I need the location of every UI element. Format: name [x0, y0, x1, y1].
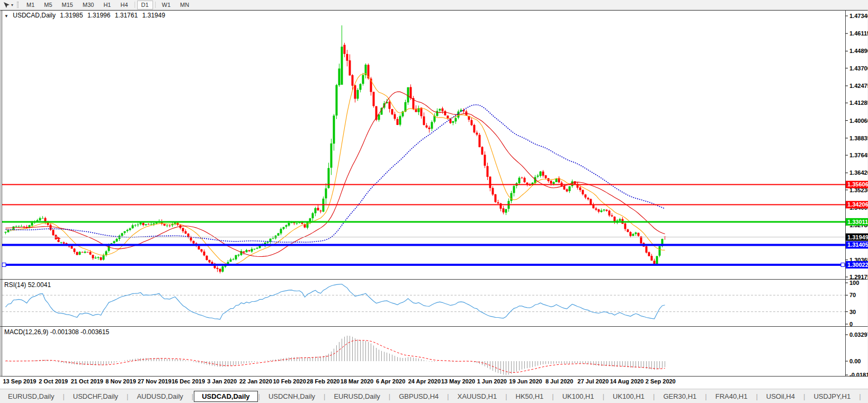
chart-tab-bar: EURUSD,Daily|USDCHF,Daily|AUDUSD,Daily|U…	[0, 389, 868, 403]
candle-body	[203, 252, 205, 255]
time-axis[interactable]: 13 Sep 20192 Oct 201921 Oct 20198 Nov 20…	[0, 377, 868, 389]
date-axis-label: 21 Oct 2019	[71, 378, 103, 384]
candle-body	[341, 47, 343, 85]
candle-body	[248, 250, 250, 252]
support-line-lower-handle-left[interactable]	[2, 263, 6, 267]
candle-body	[553, 182, 555, 184]
candle-body	[285, 225, 288, 227]
candle-body	[15, 226, 17, 227]
tab-separator: |	[505, 392, 507, 400]
date-axis-label: 8 Jul 2020	[545, 378, 574, 384]
candle-body	[113, 241, 115, 243]
candle-body	[330, 144, 333, 168]
candle-body	[349, 60, 351, 75]
candle-body	[624, 223, 627, 229]
candle-body	[315, 208, 317, 213]
chart-tab-fra40-h1[interactable]: FRA40,H1	[708, 391, 756, 402]
tab-separator: |	[552, 392, 553, 400]
candle-body	[360, 84, 362, 90]
price-axis-label: 1.47340	[849, 13, 868, 19]
candle-body	[476, 132, 478, 135]
support-line-lower-badge-text: 1.30022	[847, 262, 868, 268]
chart-tab-uk100-h1[interactable]: UK100,H1	[605, 391, 652, 402]
candle-body	[246, 250, 248, 252]
candle-body	[471, 120, 473, 126]
candle-body	[648, 252, 650, 256]
candle-body	[598, 209, 600, 211]
price-close: 1.31949	[142, 12, 165, 19]
candle-body	[71, 246, 73, 248]
support-line-upper-badge-text: 1.31405	[847, 241, 868, 248]
candle-body	[185, 231, 187, 234]
candle-body	[439, 109, 441, 110]
candle-body	[571, 181, 574, 186]
candle-body	[307, 222, 309, 228]
candle-body	[87, 252, 89, 253]
price-axis-label: 1.40060	[849, 118, 868, 124]
candle-body	[399, 116, 401, 124]
candle-body	[389, 102, 391, 109]
price-axis-label: 1.37645	[849, 152, 868, 158]
candle-body	[42, 218, 44, 219]
candle-body	[537, 176, 539, 177]
chart-tab-usdcnh-daily[interactable]: USDCNH,Daily	[261, 391, 323, 402]
candle-body	[317, 208, 319, 210]
candle-body	[436, 111, 439, 115]
tab-separator: |	[705, 392, 706, 400]
candle-body	[373, 92, 375, 106]
chart-tab-eurusd-daily[interactable]: EURUSD,Daily	[0, 391, 62, 402]
tab-separator: |	[803, 392, 805, 400]
candle-body	[201, 249, 203, 252]
tab-separator: |	[756, 392, 757, 400]
candle-body	[193, 241, 195, 244]
support-line-lower-handle-right[interactable]	[841, 263, 845, 267]
date-axis-label: 19 Jun 2020	[509, 378, 542, 384]
chart-tab-usdchf-daily[interactable]: USDCHF,Daily	[65, 391, 126, 402]
candle-body	[513, 186, 515, 193]
chart-tab-uk100-h1[interactable]: UK100,H1	[554, 391, 602, 402]
candle-body	[97, 257, 100, 258]
chart-tab-usoil-h4[interactable]: USOil,H4	[758, 391, 803, 402]
candle-body	[124, 231, 126, 233]
tab-separator: |	[653, 392, 655, 400]
chart-tab-usdjpy-h1[interactable]: USDJPY,H1	[806, 391, 858, 402]
candle-body	[243, 252, 245, 253]
symbol-dropdown-icon[interactable]: ▼	[4, 14, 8, 19]
candle-body	[169, 226, 171, 226]
chart-tab-eurusd-daily[interactable]: EURUSD,Daily	[326, 391, 388, 402]
date-axis-label: 6 Apr 2020	[376, 378, 405, 384]
candle-body	[217, 268, 219, 269]
candle-body	[346, 54, 348, 61]
candle-body	[511, 193, 513, 201]
candle-body	[489, 176, 491, 188]
chart-tab-gbpusd-h4[interactable]: GBPUSD,H4	[391, 391, 446, 402]
date-axis-label: 28 Feb 2020	[307, 378, 339, 384]
candle-body	[272, 238, 274, 239]
tab-separator: |	[859, 392, 861, 400]
candle-body	[84, 252, 86, 253]
candle-body	[219, 269, 221, 272]
price-axis-label: 1.42475	[849, 83, 868, 89]
date-axis-label: 27 Jul 2020	[578, 378, 609, 384]
tab-separator: |	[258, 392, 260, 400]
candle-body	[254, 249, 256, 249]
candle-body	[495, 194, 497, 202]
candle-body	[540, 172, 542, 176]
chart-tab-ger30-h1[interactable]: GER30,H1	[655, 391, 704, 402]
candle-body	[606, 210, 608, 211]
macd-axis-label: 0.032972	[849, 332, 868, 338]
chart-tab-xauusd-h1[interactable]: XAUUSD,H1	[450, 391, 505, 402]
chart-tab-dj30-daily[interactable]: DJ30,Daily	[862, 391, 868, 402]
candle-body	[92, 255, 94, 258]
candle-body	[132, 225, 134, 228]
candle-body	[407, 87, 409, 103]
candle-body	[18, 226, 20, 227]
candle-body	[569, 186, 571, 191]
candle-body	[296, 223, 298, 224]
chart-tab-usdcad-daily[interactable]: USDCAD,Daily	[194, 391, 257, 402]
chart-tab-audusd-daily[interactable]: AUDUSD,Daily	[129, 391, 191, 402]
candle-body	[659, 246, 661, 256]
chart-tab-hk50-h1[interactable]: HK50,H1	[508, 391, 552, 402]
candle-body	[278, 233, 280, 236]
candle-body	[492, 188, 494, 194]
